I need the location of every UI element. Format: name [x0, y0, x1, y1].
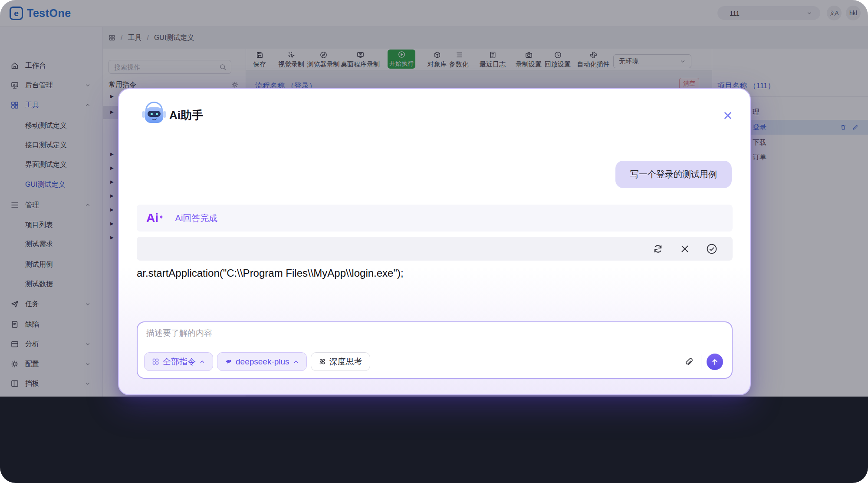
- robot-ear-right: [163, 111, 166, 118]
- robot-visor: [148, 111, 161, 117]
- attach-file-button[interactable]: [681, 354, 696, 369]
- ai-status-text: Ai回答完成: [175, 212, 218, 224]
- ai-prompt-input[interactable]: [146, 328, 503, 338]
- user-message-bubble: 写一个登录的测试用例: [615, 161, 732, 188]
- ai-robot-avatar: [142, 101, 166, 125]
- model-select-dropdown[interactable]: deepseek-plus: [217, 352, 307, 371]
- discard-icon[interactable]: [679, 243, 690, 255]
- send-button[interactable]: [707, 354, 723, 370]
- model-select-label: deepseek-plus: [236, 357, 289, 367]
- paperclip-icon: [683, 357, 694, 367]
- modal-title: Ai助手: [169, 108, 203, 123]
- ai-status-row: Ai✦ Ai回答完成: [137, 205, 733, 232]
- ai-prompt-box: 全部指令 deepseek-plus 深度思考: [137, 321, 733, 379]
- sparkle-icon: ✦: [158, 213, 164, 221]
- chevron-up-icon: [293, 359, 299, 365]
- close-icon[interactable]: [720, 108, 735, 123]
- regenerate-icon[interactable]: [652, 243, 664, 255]
- atom-icon: [319, 358, 326, 365]
- accept-check-icon[interactable]: [706, 243, 717, 255]
- ai-logo: Ai✦: [146, 211, 164, 225]
- deep-think-label: 深度思考: [329, 356, 362, 367]
- ai-assistant-modal: Ai助手 写一个登录的测试用例 Ai✦ Ai回答完成 ar.startAppli…: [118, 88, 751, 395]
- desktop-dark-band: [0, 397, 868, 483]
- arrow-up-icon: [710, 357, 719, 366]
- code-toolbar: [137, 237, 733, 261]
- robot-head: [145, 107, 163, 123]
- divider: [701, 355, 701, 369]
- screenshot-frame: e TestOne 111 文A hkl 工作台 后台管理 工具: [0, 0, 868, 483]
- grid-icon: [152, 358, 159, 365]
- all-commands-dropdown[interactable]: 全部指令: [144, 352, 213, 371]
- deep-think-toggle[interactable]: 深度思考: [311, 352, 370, 371]
- chevron-up-icon: [199, 359, 205, 365]
- generated-code-line: ar.startApplication("C:\\Program Files\\…: [137, 267, 404, 279]
- all-commands-label: 全部指令: [163, 356, 196, 367]
- whale-icon: [225, 358, 232, 365]
- robot-smile: [152, 118, 157, 120]
